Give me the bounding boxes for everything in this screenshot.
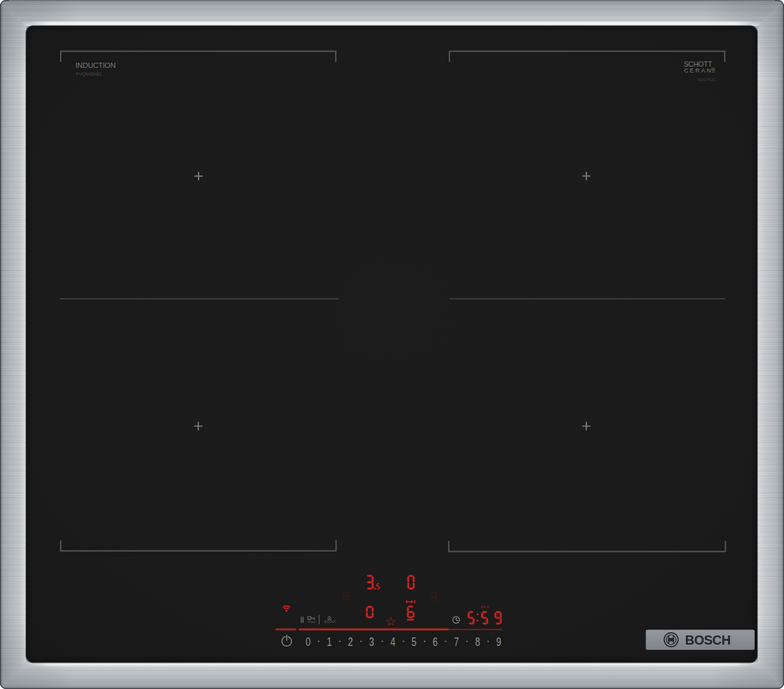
svg-text:1: 1 — [327, 635, 332, 648]
svg-text:9000278147: 9000278147 — [697, 78, 715, 82]
svg-text:PVQ645HB1: PVQ645HB1 — [76, 72, 101, 77]
svg-text:0: 0 — [306, 635, 311, 648]
svg-text:9: 9 — [497, 635, 502, 648]
svg-text:4: 4 — [390, 635, 395, 648]
svg-text:INDUCTION: INDUCTION — [76, 61, 116, 69]
svg-text:CERAN: CERAN — [684, 67, 712, 74]
svg-text:2: 2 — [348, 635, 353, 648]
svg-text:6: 6 — [433, 635, 438, 648]
svg-text:BOOST: BOOST — [325, 620, 336, 624]
svg-text:3: 3 — [369, 635, 374, 648]
svg-text:min s: min s — [481, 605, 489, 609]
svg-text:R: R — [712, 68, 714, 71]
svg-text:BOSCH: BOSCH — [685, 633, 730, 647]
svg-text:4 sec: 4 sec — [308, 620, 316, 624]
svg-text:8: 8 — [475, 635, 480, 648]
svg-text:7: 7 — [454, 635, 459, 648]
svg-text:5: 5 — [412, 635, 417, 648]
